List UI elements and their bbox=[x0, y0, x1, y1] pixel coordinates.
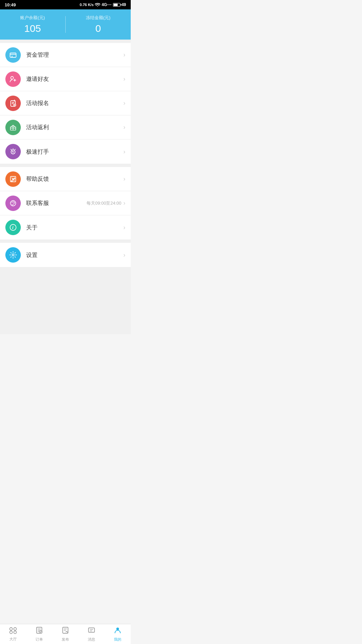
register-icon-wrap bbox=[5, 96, 21, 111]
rebate-label: 活动返利 bbox=[26, 123, 123, 131]
status-time: 10:49 bbox=[5, 2, 16, 7]
about-chevron: › bbox=[123, 224, 125, 231]
frozen-label: 冻结金额(元) bbox=[86, 15, 111, 21]
menu-group-3: 设置 › bbox=[0, 243, 131, 267]
invite-icon-wrap bbox=[5, 71, 21, 87]
menu-item-register[interactable]: 活动报名 › bbox=[0, 91, 131, 115]
about-icon: i bbox=[9, 223, 17, 231]
menu-item-funds[interactable]: ¥ 资金管理 › bbox=[0, 43, 131, 67]
svg-point-13 bbox=[12, 254, 14, 256]
frozen-section: 冻结金额(元) 0 bbox=[66, 15, 131, 34]
status-bar: 10:49 0.76 K/s 4G···· 49 bbox=[0, 0, 131, 9]
balance-value: 105 bbox=[24, 23, 41, 34]
battery-icon bbox=[113, 3, 120, 7]
network-speed: 0.76 K/s bbox=[80, 3, 94, 7]
section-gap-1 bbox=[0, 40, 131, 43]
bottom-space bbox=[0, 267, 131, 334]
invite-chevron: › bbox=[123, 75, 125, 83]
settings-label: 设置 bbox=[26, 251, 123, 259]
service-chevron: › bbox=[123, 200, 125, 207]
speed-icon-wrap bbox=[5, 144, 21, 159]
funds-icon-wrap: ¥ bbox=[5, 47, 21, 63]
menu-group-2: 帮助反馈 › 联系客服 每天09:00至24:00 › i 关于 bbox=[0, 167, 131, 239]
invite-icon bbox=[9, 75, 17, 83]
rebate-icon bbox=[9, 123, 17, 131]
menu-item-about[interactable]: i 关于 › bbox=[0, 215, 131, 239]
help-icon-wrap bbox=[5, 171, 21, 187]
status-right: 0.76 K/s 4G···· 49 bbox=[80, 2, 126, 7]
balance-section: 账户余额(元) 105 bbox=[0, 15, 65, 34]
service-icon-wrap bbox=[5, 196, 21, 211]
section-gap-2 bbox=[0, 164, 131, 167]
register-chevron: › bbox=[123, 100, 125, 107]
settings-icon-wrap bbox=[5, 247, 21, 263]
about-label: 关于 bbox=[26, 224, 123, 231]
about-icon-wrap: i bbox=[5, 220, 21, 235]
account-header: 账户余额(元) 105 冻结金额(元) 0 bbox=[0, 9, 131, 40]
menu-group-1: ¥ 资金管理 › 邀请好友 › bbox=[0, 43, 131, 164]
speed-icon bbox=[9, 148, 17, 156]
svg-point-6 bbox=[13, 125, 14, 126]
frozen-value: 0 bbox=[95, 23, 101, 34]
menu-item-help[interactable]: 帮助反馈 › bbox=[0, 167, 131, 191]
speed-chevron: › bbox=[123, 148, 125, 155]
service-label: 联系客服 bbox=[26, 199, 86, 207]
network-type: 4G···· bbox=[102, 2, 111, 7]
settings-chevron: › bbox=[123, 252, 125, 259]
menu-item-speed[interactable]: 极速打手 › bbox=[0, 140, 131, 164]
wifi-icon bbox=[95, 3, 100, 7]
funds-label: 资金管理 bbox=[26, 51, 123, 59]
menu-item-service[interactable]: 联系客服 每天09:00至24:00 › bbox=[0, 191, 131, 215]
svg-text:¥: ¥ bbox=[11, 55, 13, 58]
service-hours: 每天09:00至24:00 bbox=[86, 200, 121, 206]
menu-item-invite[interactable]: 邀请好友 › bbox=[0, 67, 131, 91]
register-label: 活动报名 bbox=[26, 99, 123, 107]
funds-chevron: › bbox=[123, 51, 125, 58]
svg-point-10 bbox=[10, 201, 16, 206]
svg-text:i: i bbox=[12, 225, 14, 230]
menu-item-rebate[interactable]: 活动返利 › bbox=[0, 115, 131, 140]
svg-rect-0 bbox=[10, 53, 16, 57]
service-icon bbox=[9, 199, 17, 207]
help-chevron: › bbox=[123, 175, 125, 182]
section-gap-3 bbox=[0, 239, 131, 243]
help-icon bbox=[9, 175, 17, 183]
register-icon bbox=[9, 99, 17, 107]
rebate-icon-wrap bbox=[5, 120, 21, 135]
settings-icon bbox=[9, 251, 17, 259]
speed-label: 极速打手 bbox=[26, 148, 123, 156]
help-label: 帮助反馈 bbox=[26, 175, 123, 183]
balance-label: 账户余额(元) bbox=[20, 15, 45, 21]
invite-label: 邀请好友 bbox=[26, 75, 123, 83]
battery-level: 49 bbox=[122, 2, 126, 7]
funds-icon: ¥ bbox=[9, 51, 17, 59]
svg-point-2 bbox=[11, 76, 13, 79]
rebate-chevron: › bbox=[123, 124, 125, 131]
menu-item-settings[interactable]: 设置 › bbox=[0, 243, 131, 267]
